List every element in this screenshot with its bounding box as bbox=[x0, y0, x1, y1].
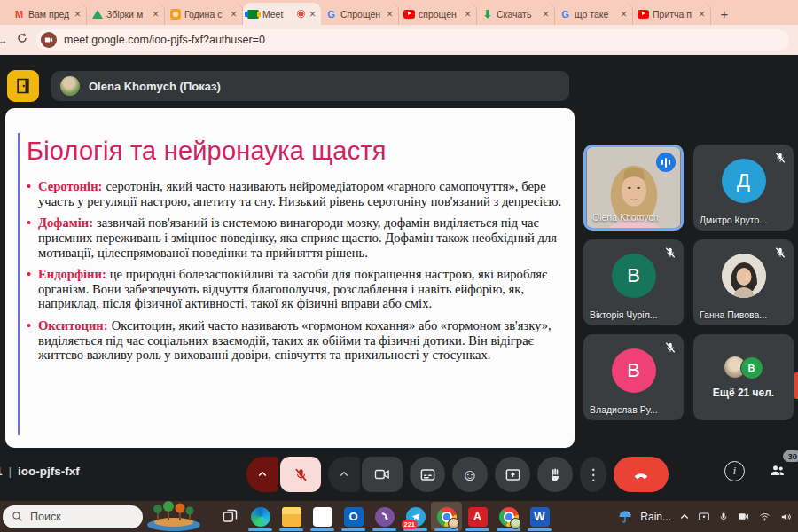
captions-button[interactable] bbox=[410, 457, 445, 492]
taskbar-search[interactable]: Поиск bbox=[3, 505, 143, 528]
leave-room-icon[interactable] bbox=[7, 70, 39, 102]
camera-control-group bbox=[328, 457, 403, 492]
acrobat-app[interactable]: A bbox=[462, 502, 493, 531]
speaker-icon[interactable] bbox=[779, 511, 793, 523]
search-highlight-image[interactable] bbox=[143, 501, 205, 532]
folder-icon bbox=[282, 507, 301, 527]
slide-bullet: Серотонін:серотонін, який часто називают… bbox=[28, 179, 564, 208]
tab-close-icon[interactable]: × bbox=[386, 8, 394, 20]
weather-umbrella-icon[interactable] bbox=[618, 510, 632, 524]
tab-close-icon[interactable]: × bbox=[542, 8, 550, 20]
search-icon bbox=[12, 511, 23, 522]
microphone-indicator-icon[interactable] bbox=[718, 511, 729, 523]
presenter-pill[interactable]: Olena Khomych (Показ) bbox=[51, 71, 569, 101]
tab-close-icon[interactable]: × bbox=[309, 8, 317, 20]
wifi-icon[interactable] bbox=[758, 511, 771, 522]
mic-off-icon bbox=[662, 245, 678, 261]
outlook-icon: O bbox=[344, 507, 364, 527]
slide-body: Серотонін:серотонін, який часто називают… bbox=[28, 179, 564, 363]
tab-gmail[interactable]: M Вам пред × bbox=[9, 3, 87, 25]
reload-icon[interactable] bbox=[16, 32, 28, 47]
camera-indicator-icon[interactable] bbox=[737, 511, 750, 522]
tab-close-icon[interactable]: × bbox=[620, 8, 628, 20]
avatar-initial: В bbox=[627, 359, 640, 382]
chrome-profile-avatar bbox=[510, 518, 521, 529]
meeting-code-text: ioo-pjfs-fxf bbox=[18, 465, 80, 478]
reactions-button[interactable]: ☺ bbox=[452, 457, 488, 492]
bullet-text: зазвичай пов'язаний із системою винагоро… bbox=[38, 215, 557, 259]
chrome-app-2[interactable] bbox=[493, 502, 524, 531]
meet-control-bar: 1 | ioo-pjfs-fxf bbox=[0, 448, 798, 501]
participant-tile-vladyslav[interactable]: В Владислав Ру... bbox=[583, 334, 684, 420]
meeting-info-button[interactable]: i bbox=[724, 461, 745, 481]
tab-close-icon[interactable]: × bbox=[152, 8, 160, 20]
task-view-button[interactable] bbox=[214, 502, 245, 531]
mic-options-chevron[interactable] bbox=[246, 457, 278, 492]
bullet-term: Дофамін: bbox=[38, 215, 93, 230]
tab-label: Притча п bbox=[653, 9, 694, 20]
separator: | bbox=[9, 465, 12, 478]
screen-share-indicator-icon[interactable] bbox=[698, 511, 710, 523]
store-icon bbox=[313, 507, 332, 527]
new-tab-button[interactable]: + bbox=[715, 4, 734, 23]
tab-close-icon[interactable]: × bbox=[74, 8, 82, 20]
more-options-button[interactable]: ⋮ bbox=[580, 457, 606, 492]
viber-app[interactable] bbox=[369, 502, 400, 531]
chrome-profile-avatar bbox=[448, 518, 459, 529]
telegram-icon: 221 bbox=[406, 507, 426, 527]
chrome-app-active[interactable] bbox=[431, 502, 462, 531]
leave-call-button[interactable] bbox=[614, 457, 669, 492]
tab-label: Вам пред bbox=[28, 9, 70, 20]
tab-youtube-2[interactable]: Притча п × bbox=[633, 3, 711, 25]
forward-icon[interactable]: → bbox=[0, 33, 8, 47]
search-placeholder: Поиск bbox=[30, 511, 61, 523]
tab-download[interactable]: ⬇ Скачать × bbox=[477, 3, 555, 25]
meet-icon bbox=[247, 8, 259, 20]
google-icon: G bbox=[559, 8, 571, 20]
raise-hand-button[interactable] bbox=[537, 457, 573, 492]
avatar-photo bbox=[722, 254, 766, 298]
participant-name: Дмитро Круто... bbox=[700, 215, 767, 225]
file-explorer-app[interactable] bbox=[276, 502, 307, 531]
tab-label: спрощен bbox=[419, 9, 460, 20]
participant-tile-viktoria[interactable]: В Вікторія Чуріл... bbox=[583, 239, 684, 325]
avatar: Д bbox=[722, 159, 766, 203]
mic-off-icon bbox=[662, 340, 678, 356]
mic-mute-button[interactable] bbox=[280, 457, 321, 492]
present-screen-button[interactable] bbox=[495, 457, 530, 492]
telegram-app[interactable]: 221 bbox=[400, 502, 431, 531]
tab-label: Скачать bbox=[497, 9, 538, 20]
edge-app[interactable] bbox=[245, 502, 276, 531]
microsoft-store-app[interactable] bbox=[307, 502, 338, 531]
participants-button[interactable]: 30 bbox=[766, 460, 789, 481]
drive-icon bbox=[91, 8, 103, 20]
photo-avatar-image bbox=[722, 254, 766, 298]
camera-button[interactable] bbox=[362, 457, 403, 492]
participant-name: Olena Khomych bbox=[592, 212, 659, 223]
address-bar[interactable]: meet.google.com/ioo-pjfs-fxf?authuser=0 bbox=[36, 29, 789, 51]
participants-count-badge: 30 bbox=[783, 450, 798, 462]
call-controls: ☺ ⋮ bbox=[246, 457, 669, 492]
weather-label[interactable]: Rain... bbox=[640, 511, 671, 523]
participant-tile-olena[interactable]: Olena Khomych bbox=[583, 145, 684, 231]
tray-overflow-chevron[interactable] bbox=[679, 512, 690, 522]
tab-close-icon[interactable]: × bbox=[464, 8, 472, 20]
tab-youtube-1[interactable]: спрощен × bbox=[399, 3, 477, 25]
tab-classroom[interactable]: Година с × bbox=[165, 3, 243, 25]
participant-tile-dmytro[interactable]: Д Дмитро Круто... bbox=[693, 145, 794, 231]
mic-control-group bbox=[246, 457, 321, 492]
participant-tile-hanna[interactable]: Ганна Пивова... bbox=[693, 239, 794, 325]
recording-indicator-icon bbox=[297, 10, 305, 18]
tab-google-search-2[interactable]: G що таке × bbox=[555, 3, 633, 25]
avatar-initial: В bbox=[627, 264, 640, 287]
tab-close-icon[interactable]: × bbox=[230, 8, 238, 20]
bullet-text: серотонін, який часто називають нейромед… bbox=[38, 179, 561, 208]
tab-close-icon[interactable]: × bbox=[698, 8, 706, 20]
camera-options-chevron[interactable] bbox=[328, 457, 360, 492]
word-app[interactable]: W bbox=[524, 502, 555, 531]
more-participants-tile[interactable]: В Ещё 21 чел. bbox=[693, 334, 794, 420]
tab-drive[interactable]: Збірки м × bbox=[87, 3, 165, 25]
outlook-app[interactable]: O bbox=[338, 502, 369, 531]
tab-google-search-1[interactable]: G Спрощен × bbox=[321, 3, 399, 25]
tab-meet-active[interactable]: Meet × bbox=[243, 3, 321, 25]
